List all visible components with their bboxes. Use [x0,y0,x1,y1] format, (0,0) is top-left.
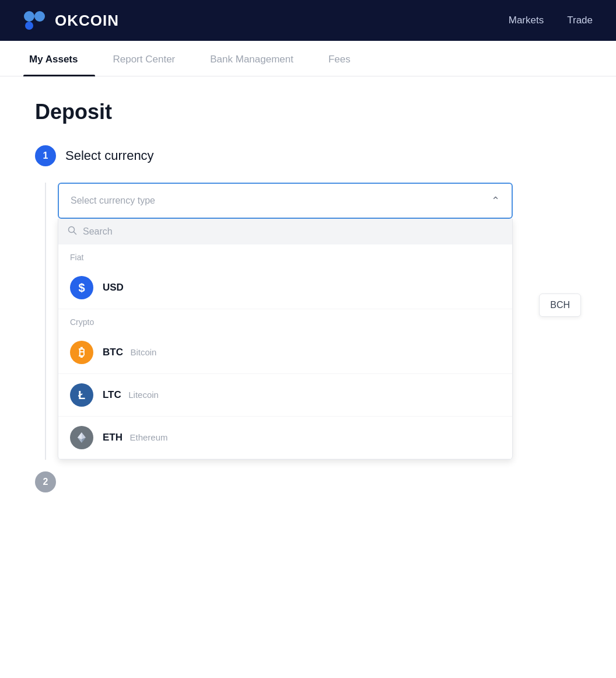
search-bar [58,219,512,244]
step1-badge: 1 [35,145,56,166]
tabs-nav: My Assets Report Center Bank Management … [0,41,616,76]
tab-fees[interactable]: Fees [323,41,368,76]
group-crypto-label: Crypto [58,309,512,331]
ltc-fullname: Litecoin [128,390,159,400]
step2-badge: 2 [35,471,56,492]
usd-symbol: USD [103,282,124,293]
step1-title: Select currency [65,148,154,163]
nav-markets[interactable]: Markets [509,15,544,26]
eth-symbol: ETH [103,432,123,443]
eth-icon [70,426,93,449]
btc-symbol: BTC [103,347,123,358]
btc-fullname: Bitcoin [130,347,156,357]
tab-bank-management[interactable]: Bank Management [204,41,311,76]
ltc-symbol: LTC [103,389,121,400]
currency-placeholder: Select currency type [71,195,155,206]
main-content: Deposit 1 Select currency Select currenc… [0,76,616,516]
group-fiat-label: Fiat [58,244,512,267]
tab-my-assets[interactable]: My Assets [23,41,95,76]
step1-header: 1 Select currency [35,145,581,166]
currency-item-btc[interactable]: ₿ BTC Bitcoin [58,331,512,374]
currency-selector: Select currency type ⌃ [58,183,513,460]
header-nav: Markets Trade [509,15,593,26]
currency-item-usd[interactable]: $ USD [58,267,512,309]
usd-icon: $ [70,276,93,299]
ltc-icon: Ł [70,383,93,407]
page-title: Deposit [35,100,581,124]
svg-point-2 [25,22,33,30]
currency-dropdown: Fiat $ USD Crypto ₿ [58,219,513,460]
tab-report-center[interactable]: Report Center [107,41,192,76]
currency-item-eth[interactable]: ETH Ethereum [58,417,512,459]
dropdown-scroll[interactable]: Fiat $ USD Crypto ₿ [58,244,512,459]
search-icon [68,226,77,237]
svg-line-4 [74,232,76,235]
currency-item-ltc[interactable]: Ł LTC Litecoin [58,374,512,417]
search-input[interactable] [83,226,503,237]
step2-area: 2 [35,471,581,492]
chevron-up-icon: ⌃ [491,194,500,207]
btc-icon: ₿ [70,341,93,364]
svg-point-0 [24,11,34,22]
logo-icon [23,11,49,30]
header: OKCOIN Markets Trade [0,0,616,41]
eth-fullname: Ethereum [130,432,167,442]
bch-chip[interactable]: BCH [539,293,581,317]
eth-diamond-icon [75,431,88,444]
logo-text: OKCOIN [55,12,119,30]
logo: OKCOIN [23,11,509,30]
svg-point-1 [34,11,45,22]
nav-trade[interactable]: Trade [567,15,593,26]
logo-svg [23,11,49,30]
currency-select-trigger[interactable]: Select currency type ⌃ [58,183,513,219]
